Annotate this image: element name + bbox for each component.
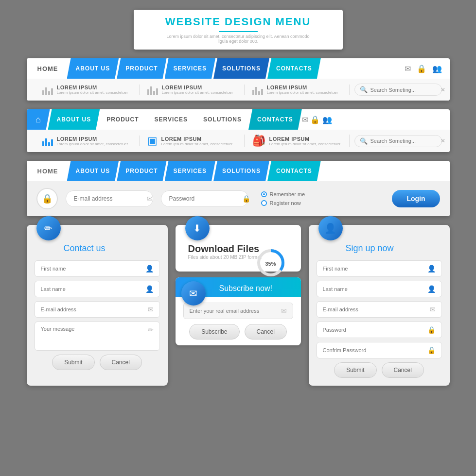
progress-text: 35%: [265, 261, 276, 267]
lock-circle-icon: 🔒: [36, 188, 58, 209]
sub-item-5: ▣ LOREM IPSUM Lorem ipsum dolor sit amet…: [140, 135, 245, 147]
nav1-solutions[interactable]: SOLUTIONS: [213, 58, 269, 79]
contact-email-field[interactable]: ✉: [35, 301, 160, 318]
subscribe-email-field[interactable]: ✉: [183, 303, 293, 319]
mail-icon-2[interactable]: ✉: [302, 116, 308, 124]
search-input-1[interactable]: [370, 87, 438, 93]
nav-bar-3-wrapper: HOME ABOUT US PRODUCT SERVICES SOLUTIONS…: [27, 161, 450, 216]
sub-text-6: LOREM IPSUM Lorem ipsum dolor sit amet, …: [269, 136, 341, 146]
lock-input-icon: 🔒: [242, 195, 250, 203]
users-icon[interactable]: 👥: [432, 64, 442, 73]
nav3-home[interactable]: HOME: [27, 161, 69, 181]
title-subtitle: Lorem ipsum dolor sit amet, consectetur …: [163, 34, 314, 44]
register-now-option[interactable]: Register now: [261, 200, 305, 206]
user-icon-1: 👤: [145, 265, 154, 272]
contact-firstname-field[interactable]: 👤: [35, 260, 160, 277]
login-bar: 🔒 ✉ 🔒 Remember me Register now Login: [27, 181, 450, 216]
search-input-2[interactable]: [370, 138, 438, 144]
user-icon-2: 👤: [145, 285, 154, 293]
download-icon: ⬇: [193, 222, 201, 234]
login-button[interactable]: Login: [392, 190, 440, 207]
register-now-radio[interactable]: [261, 200, 267, 206]
nav-bar-2-wrapper: ⌂ ABOUT US PRODUCT SERVICES SOLUTIONS CO…: [27, 109, 450, 152]
lock-icon[interactable]: 🔒: [417, 64, 426, 73]
clear-icon-2[interactable]: ✕: [441, 137, 445, 144]
remember-me-label: Remember me: [270, 191, 305, 197]
nav2-search[interactable]: 🔍 ✕: [354, 135, 442, 147]
mail-icon[interactable]: ✉: [405, 64, 411, 73]
signup-icon-circle: 👤: [318, 216, 343, 240]
main-title: WEBSITE DESIGN MENU: [163, 16, 314, 28]
nav2-contacts[interactable]: CONTACTS: [248, 109, 302, 130]
nav1-home[interactable]: HOME: [27, 58, 69, 79]
contact-cancel-button[interactable]: Cancel: [100, 355, 142, 370]
email-input-wrapper[interactable]: ✉: [66, 190, 153, 207]
signup-confirm-input[interactable]: [323, 347, 427, 353]
signup-email-input[interactable]: [323, 306, 430, 312]
signup-submit-button[interactable]: Submit: [334, 362, 376, 378]
lock-icon-2[interactable]: 🔒: [310, 116, 320, 124]
bag-icon: 🎒: [252, 135, 265, 147]
login-password-input[interactable]: [169, 195, 242, 202]
signup-lastname-input[interactable]: [323, 286, 427, 292]
nav2-home[interactable]: ⌂: [27, 109, 50, 130]
nav3-about[interactable]: ABOUT US: [67, 161, 119, 181]
email-icon-1: ✉: [148, 306, 154, 313]
signup-btn-row: Submit Cancel: [317, 362, 442, 378]
title-underline: [219, 31, 258, 32]
signup-title: Sign up now: [317, 243, 442, 254]
nav-bar-3: HOME ABOUT US PRODUCT SERVICES SOLUTIONS…: [27, 161, 450, 181]
search-icon-1: 🔍: [360, 86, 368, 93]
nav1-services[interactable]: SERVICES: [165, 58, 215, 79]
contact-lastname-input[interactable]: [41, 286, 145, 292]
nav2-about[interactable]: ABOUT US: [48, 109, 100, 130]
subscribe-cancel-button[interactable]: Cancel: [245, 324, 287, 340]
signup-lastname-field[interactable]: 👤: [317, 281, 442, 297]
nav1-search[interactable]: 🔍 ✕: [354, 84, 442, 96]
contact-icon-circle: ✏: [36, 216, 61, 240]
nav-bar-1-wrapper: HOME ABOUT US PRODUCT SERVICES SOLUTIONS…: [27, 58, 450, 101]
search-icon-2: 🔍: [360, 137, 368, 145]
signup-cancel-button[interactable]: Cancel: [382, 362, 424, 378]
login-email-input[interactable]: [74, 195, 147, 202]
remember-me-radio[interactable]: [261, 191, 267, 197]
contact-email-input[interactable]: [41, 306, 148, 312]
sub-text-3: LOREM IPSUM Lorem ipsum dolor sit amet, …: [267, 85, 338, 95]
download-widget: ⬇ Download Files Files side about 20 MB …: [176, 225, 301, 272]
nav1-about[interactable]: ABOUT US: [67, 58, 119, 79]
nav3-services[interactable]: SERVICES: [165, 161, 215, 181]
contact-title: Contact us: [35, 243, 160, 254]
sub-item-2: LOREM IPSUM Lorem ipsum dolor sit amet, …: [140, 85, 245, 95]
nav3-contacts[interactable]: CONTACTS: [267, 161, 321, 181]
monitor-icon: ▣: [147, 135, 158, 147]
password-input-wrapper[interactable]: 🔒: [161, 190, 248, 207]
signup-password-field[interactable]: 🔒: [317, 322, 442, 338]
widgets-row: ✏ Contact us 👤 👤 ✉ ✏ Submit Cancel ⬇: [27, 225, 450, 386]
subscribe-button[interactable]: Subscribe: [189, 324, 239, 340]
nav2-product[interactable]: PRODUCT: [98, 109, 147, 130]
clear-icon-1[interactable]: ✕: [441, 86, 445, 93]
signup-confirm-field[interactable]: 🔒: [317, 342, 442, 358]
contact-message-field[interactable]: ✏: [35, 322, 160, 351]
contact-firstname-input[interactable]: [41, 266, 145, 272]
nav2-services[interactable]: SERVICES: [146, 109, 196, 130]
user-icon-4: 👤: [427, 285, 436, 293]
signup-firstname-input[interactable]: [323, 266, 427, 272]
nav-bar-1: HOME ABOUT US PRODUCT SERVICES SOLUTIONS…: [27, 58, 450, 79]
users-icon-2[interactable]: 👥: [322, 116, 332, 124]
contact-lastname-field[interactable]: 👤: [35, 281, 160, 297]
remember-me-option[interactable]: Remember me: [261, 191, 305, 197]
sub-text-1: LOREM IPSUM Lorem ipsum dolor sit amet, …: [57, 85, 128, 95]
contact-message-input[interactable]: [41, 326, 148, 332]
nav3-product[interactable]: PRODUCT: [117, 161, 166, 181]
nav1-product[interactable]: PRODUCT: [117, 58, 166, 79]
contact-btn-row: Submit Cancel: [35, 355, 160, 370]
nav1-contacts[interactable]: CONTACTS: [267, 58, 321, 79]
signup-password-input[interactable]: [323, 327, 427, 333]
contact-submit-button[interactable]: Submit: [52, 355, 94, 370]
signup-firstname-field[interactable]: 👤: [317, 260, 442, 277]
nav2-solutions[interactable]: SOLUTIONS: [194, 109, 250, 130]
nav3-solutions[interactable]: SOLUTIONS: [213, 161, 269, 181]
subscribe-email-input[interactable]: [190, 308, 281, 314]
signup-email-field[interactable]: ✉: [317, 301, 442, 318]
